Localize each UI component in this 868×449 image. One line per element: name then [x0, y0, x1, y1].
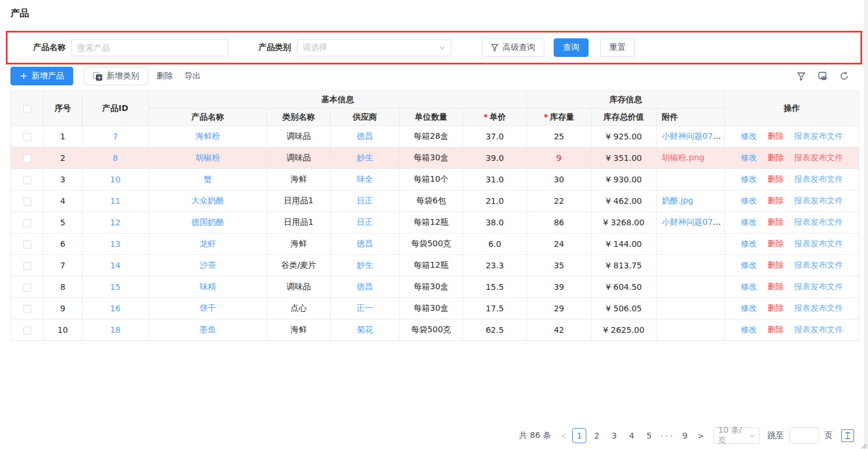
row-checkbox[interactable]: [23, 262, 31, 270]
supplier-link[interactable]: 日正: [357, 217, 373, 227]
filter-icon[interactable]: [796, 71, 806, 81]
product-id-link[interactable]: 7: [113, 132, 118, 141]
page-scrollbar[interactable]: [864, 0, 868, 449]
delete-action-link[interactable]: 删除: [767, 196, 784, 205]
supplier-link[interactable]: 妙生: [357, 260, 373, 270]
report-publish-link[interactable]: 报表发布文件: [794, 174, 843, 184]
prev-page-button[interactable]: <: [557, 428, 571, 443]
product-name-link[interactable]: 墨鱼: [200, 325, 216, 334]
advanced-query-button[interactable]: 高级查询: [482, 38, 544, 57]
product-name-link[interactable]: 龙虾: [200, 239, 216, 248]
page-size-select[interactable]: 10 条/页: [713, 428, 760, 444]
reset-button[interactable]: 重置: [600, 38, 635, 57]
product-name-link[interactable]: 大众奶酪: [192, 196, 224, 205]
product-id-link[interactable]: 10: [110, 175, 121, 184]
product-id-link[interactable]: 13: [110, 239, 121, 249]
attachment-link[interactable]: 小财神问题0730...: [662, 217, 725, 227]
edit-action-link[interactable]: 修改: [741, 217, 757, 227]
delete-action-link[interactable]: 删除: [767, 131, 784, 141]
product-name-link[interactable]: 蟹: [204, 174, 212, 184]
add-product-button[interactable]: + 新增产品: [10, 67, 73, 85]
report-publish-link[interactable]: 报表发布文件: [794, 153, 843, 162]
row-checkbox[interactable]: [23, 176, 31, 184]
product-name-link[interactable]: 胡椒粉: [196, 153, 220, 162]
product-name-link[interactable]: 海鲜粉: [196, 131, 220, 141]
product-id-link[interactable]: 18: [110, 325, 121, 335]
product-name-link[interactable]: 饼干: [200, 303, 216, 312]
page-button-4[interactable]: 4: [625, 428, 639, 443]
edit-action-link[interactable]: 修改: [741, 174, 757, 184]
edit-action-link[interactable]: 修改: [741, 282, 757, 291]
product-id-link[interactable]: 15: [110, 282, 121, 292]
product-name-link[interactable]: 味精: [200, 282, 216, 291]
query-button[interactable]: 查询: [554, 38, 589, 57]
product-name-input[interactable]: [71, 39, 228, 56]
report-publish-link[interactable]: 报表发布文件: [794, 239, 843, 248]
edit-action-link[interactable]: 修改: [741, 260, 757, 270]
row-checkbox[interactable]: [23, 326, 31, 335]
report-publish-link[interactable]: 报表发布文件: [794, 282, 843, 291]
attachment-link[interactable]: 胡椒粉.png: [662, 153, 704, 162]
report-publish-link[interactable]: 报表发布文件: [794, 131, 843, 141]
edit-action-link[interactable]: 修改: [741, 196, 757, 205]
product-id-link[interactable]: 11: [110, 196, 121, 206]
product-id-link[interactable]: 14: [110, 261, 121, 270]
row-checkbox[interactable]: [23, 219, 31, 227]
row-checkbox[interactable]: [23, 305, 31, 313]
attachment-link[interactable]: 小财神问题0730...: [662, 131, 725, 141]
product-id-link[interactable]: 8: [113, 153, 118, 163]
export-button[interactable]: 导出: [184, 71, 200, 81]
product-name-link[interactable]: 德国奶酪: [192, 217, 224, 227]
delete-action-link[interactable]: 删除: [767, 174, 784, 184]
select-all-checkbox[interactable]: [23, 105, 31, 113]
attachment-link[interactable]: 奶酪.jpg: [662, 196, 693, 205]
row-checkbox[interactable]: [23, 133, 31, 141]
supplier-link[interactable]: 味全: [357, 174, 373, 184]
supplier-link[interactable]: 德昌: [357, 282, 373, 291]
delete-action-link[interactable]: 删除: [767, 282, 784, 291]
page-button-3[interactable]: 3: [607, 428, 621, 443]
more-pages-button[interactable]: •••: [660, 433, 674, 439]
jump-page-input[interactable]: [789, 428, 819, 444]
column-visibility-icon[interactable]: [817, 71, 828, 81]
delete-action-link[interactable]: 删除: [767, 260, 784, 270]
supplier-link[interactable]: 菊花: [357, 325, 373, 334]
pager-height-icon[interactable]: [841, 429, 854, 442]
supplier-link[interactable]: 日正: [357, 196, 373, 205]
product-name-link[interactable]: 沙茶: [200, 260, 216, 270]
edit-action-link[interactable]: 修改: [741, 131, 757, 141]
page-button-5[interactable]: 5: [642, 428, 656, 443]
delete-action-link[interactable]: 删除: [767, 217, 784, 227]
edit-action-link[interactable]: 修改: [741, 325, 757, 334]
report-publish-link[interactable]: 报表发布文件: [794, 217, 843, 227]
edit-action-link[interactable]: 修改: [741, 303, 757, 312]
report-publish-link[interactable]: 报表发布文件: [794, 196, 843, 205]
delete-action-link[interactable]: 删除: [767, 303, 784, 312]
supplier-link[interactable]: 德昌: [357, 131, 373, 141]
row-checkbox[interactable]: [23, 283, 31, 292]
delete-action-link[interactable]: 删除: [767, 153, 784, 162]
delete-action-link[interactable]: 删除: [767, 239, 784, 248]
edit-action-link[interactable]: 修改: [741, 153, 757, 162]
page-button-2[interactable]: 2: [590, 428, 604, 443]
row-checkbox[interactable]: [23, 240, 31, 249]
product-id-link[interactable]: 16: [110, 304, 121, 313]
product-id-link[interactable]: 12: [110, 218, 121, 227]
supplier-link[interactable]: 妙生: [357, 153, 373, 162]
report-publish-link[interactable]: 报表发布文件: [794, 260, 843, 270]
edit-action-link[interactable]: 修改: [741, 239, 757, 248]
page-button-1[interactable]: 1: [572, 428, 586, 443]
next-page-button[interactable]: >: [694, 428, 708, 443]
report-publish-link[interactable]: 报表发布文件: [794, 303, 843, 312]
report-publish-link[interactable]: 报表发布文件: [794, 325, 843, 334]
delete-button[interactable]: 删除: [156, 71, 173, 81]
product-category-select[interactable]: 请选择: [297, 39, 451, 56]
delete-action-link[interactable]: 删除: [767, 325, 784, 334]
page-button-last[interactable]: 9: [678, 428, 692, 443]
supplier-link[interactable]: 正一: [357, 303, 373, 312]
row-checkbox[interactable]: [23, 155, 31, 163]
refresh-icon[interactable]: [839, 71, 849, 81]
add-category-button[interactable]: + 新增类别: [84, 67, 148, 85]
supplier-link[interactable]: 德昌: [357, 239, 373, 248]
row-checkbox[interactable]: [23, 197, 31, 206]
